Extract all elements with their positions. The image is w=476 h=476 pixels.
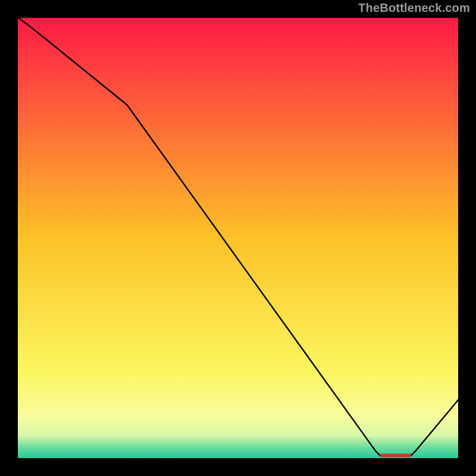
- plot-background: [16, 16, 460, 460]
- optimal-range-marker: [380, 454, 411, 458]
- chart-container: TheBottleneck.com: [0, 0, 476, 476]
- bottleneck-chart: [0, 0, 476, 476]
